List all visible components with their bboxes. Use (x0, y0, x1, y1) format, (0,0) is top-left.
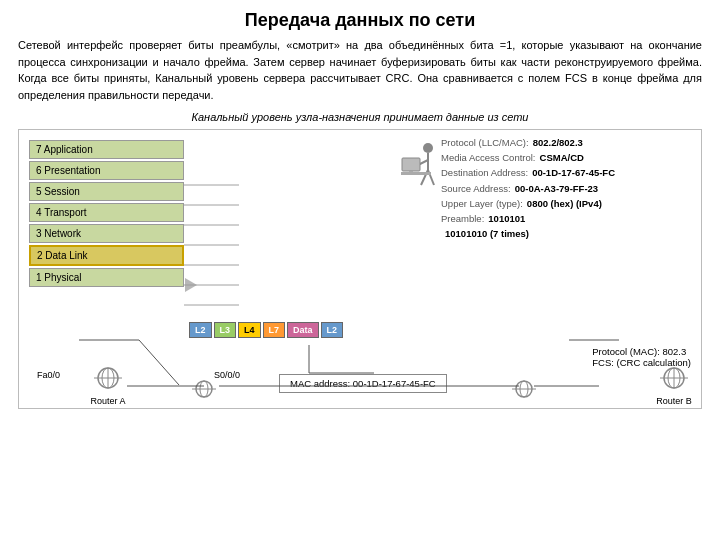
switch-right (509, 379, 539, 403)
info-row-6: Preamble: 1010101 (441, 211, 691, 226)
protocol-mac-line: Protocol (MAC): 802.3 (592, 346, 691, 357)
layer-6: 6 Presentation (29, 161, 184, 180)
router-a: Router A (89, 366, 127, 406)
svg-line-9 (139, 340, 179, 385)
router-b-label: Router B (655, 396, 693, 406)
info-value-1: 802.2/802.3 (533, 135, 583, 150)
svg-rect-20 (409, 171, 413, 174)
info-row-5: Upper Layer (type): 0800 (hex) (IPv4) (441, 196, 691, 211)
svg-point-13 (423, 143, 433, 153)
info-label-2: Media Access Control: (441, 150, 536, 165)
page-title: Передача данных по сети (18, 10, 702, 31)
router-b: Router B (655, 366, 693, 406)
info-row-4: Source Address: 00-0A-A3-79-FF-23 (441, 181, 691, 196)
info-value-4: 00-0A-A3-79-FF-23 (515, 181, 598, 196)
layer-5: 5 Session (29, 182, 184, 201)
info-label-4: Source Address: (441, 181, 511, 196)
computer-icon (396, 140, 441, 197)
info-value-7: 10101010 (7 times) (445, 226, 529, 241)
diagram-subtitle: Канальный уровень узла-назначения приним… (18, 111, 702, 123)
description-text: Сетевой интерфейс проверяет биты преамбу… (18, 37, 702, 103)
info-label-1: Protocol (LLC/MAC): (441, 135, 529, 150)
info-panel: Protocol (LLC/MAC): 802.2/802.3 Media Ac… (441, 135, 691, 241)
router-a-label: Router A (89, 396, 127, 406)
svg-marker-7 (185, 278, 197, 292)
info-label-5: Upper Layer (type): (441, 196, 523, 211)
frame-bar: L2 L3 L4 L7 Data L2 (189, 322, 343, 338)
info-row-7: 10101010 (7 times) (441, 226, 691, 241)
layer-1: 1 Physical (29, 268, 184, 287)
info-value-6: 1010101 (488, 211, 525, 226)
switch-left (189, 379, 219, 403)
osi-panel: 7 Application 6 Presentation 5 Session 4… (29, 140, 184, 289)
frame-cell-l3: L3 (214, 322, 237, 338)
protocol-info-bottom: Protocol (MAC): 802.3 FCS: (CRC calculat… (592, 346, 691, 368)
layer-7: 7 Application (29, 140, 184, 159)
page: Передача данных по сети Сетевой интерфей… (0, 0, 720, 540)
info-value-2: CSMA/CD (540, 150, 584, 165)
info-row-1: Protocol (LLC/MAC): 802.2/802.3 (441, 135, 691, 150)
layer-2: 2 Data Link (29, 245, 184, 266)
svg-rect-19 (402, 158, 420, 171)
fa-label: Fa0/0 (37, 370, 60, 380)
frame-cell-l7: L7 (263, 322, 286, 338)
info-label-3: Destination Address: (441, 165, 528, 180)
info-value-5: 0800 (hex) (IPv4) (527, 196, 602, 211)
info-label-6: Preamble: (441, 211, 484, 226)
frame-cell-l4: L4 (238, 322, 261, 338)
frame-cell-l2b: L2 (321, 322, 344, 338)
info-row-2: Media Access Control: CSMA/CD (441, 150, 691, 165)
svg-rect-21 (406, 174, 416, 175)
frame-cell-l2a: L2 (189, 322, 212, 338)
layer-4: 4 Transport (29, 203, 184, 222)
diagram-area: 7 Application 6 Presentation 5 Session 4… (18, 129, 702, 409)
mac-address-box: MAC address: 00-1D-17-67-45-FC (279, 374, 447, 393)
info-value-3: 00-1D-17-67-45-FC (532, 165, 615, 180)
layer-3: 3 Network (29, 224, 184, 243)
info-row-3: Destination Address: 00-1D-17-67-45-FC (441, 165, 691, 180)
frame-cell-data: Data (287, 322, 319, 338)
